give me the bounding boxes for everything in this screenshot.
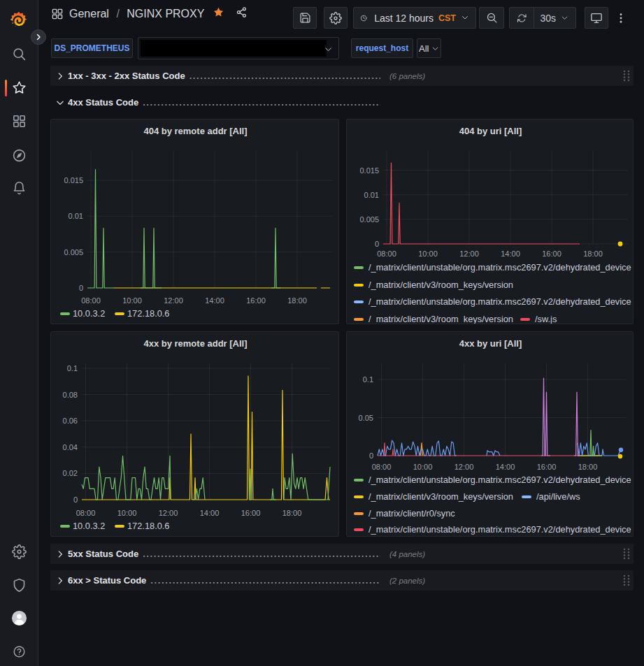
svg-text:0.06: 0.06 <box>63 417 78 425</box>
svg-text:/_matrix/client/v3/room_keys/v: /_matrix/client/v3/room_keys/version <box>368 280 513 290</box>
svg-text:0.005: 0.005 <box>64 248 83 256</box>
svg-text:0.01: 0.01 <box>364 191 379 199</box>
svg-text:/api/live/ws: /api/live/ws <box>536 491 580 502</box>
svg-text:18:00: 18:00 <box>287 296 307 305</box>
svg-text:/_matrix/client/unstable/org.m: /_matrix/client/unstable/org.matrix.msc2… <box>368 475 631 485</box>
svg-text:0.005: 0.005 <box>359 215 379 224</box>
svg-text:08:00: 08:00 <box>76 509 96 517</box>
svg-text:/_matrix/client/unstable/org.m: /_matrix/client/unstable/org.matrix.msc2… <box>368 524 631 535</box>
svg-text:16:00: 16:00 <box>246 296 266 305</box>
svg-text:10:00: 10:00 <box>117 509 137 517</box>
svg-text:12:00: 12:00 <box>164 296 183 305</box>
svg-text:10.0.3.2: 10.0.3.2 <box>73 308 105 319</box>
svg-text:16:00: 16:00 <box>542 249 561 258</box>
svg-text:0.01: 0.01 <box>69 212 83 220</box>
svg-text:4xx by remote addr [All]: 4xx by remote addr [All] <box>143 338 247 349</box>
svg-text:/_matrix/client/v3/room_keys/v: /_matrix/client/v3/room_keys/version <box>368 491 513 502</box>
svg-text:0.015: 0.015 <box>359 166 379 175</box>
svg-text:0.04: 0.04 <box>63 443 78 451</box>
svg-text:0: 0 <box>73 495 78 504</box>
svg-text:08:00: 08:00 <box>372 463 392 471</box>
svg-text:0: 0 <box>79 284 83 292</box>
svg-text:0.05: 0.05 <box>359 414 373 422</box>
svg-text:16:00: 16:00 <box>537 463 557 471</box>
svg-text:14:00: 14:00 <box>501 249 520 258</box>
svg-text:0.1: 0.1 <box>363 375 373 384</box>
svg-text:14:00: 14:00 <box>496 463 515 471</box>
svg-text:404 by uri [All]: 404 by uri [All] <box>459 126 522 136</box>
svg-text:18:00: 18:00 <box>282 509 302 517</box>
svg-text:18:00: 18:00 <box>583 249 603 258</box>
svg-text:10:00: 10:00 <box>122 296 142 305</box>
svg-text:/sw.js: /sw.js <box>535 314 557 324</box>
svg-text:10:00: 10:00 <box>413 463 433 471</box>
svg-text:/_matrix/client/v3/room_keys/v: /_matrix/client/v3/room_keys/version <box>368 314 513 324</box>
svg-text:08:00: 08:00 <box>81 296 101 305</box>
svg-text:12:00: 12:00 <box>455 463 474 471</box>
svg-text:/_matrix/client/r0/sync: /_matrix/client/r0/sync <box>368 508 455 519</box>
svg-text:14:00: 14:00 <box>200 509 220 517</box>
svg-text:12:00: 12:00 <box>459 249 479 258</box>
svg-text:0: 0 <box>375 240 379 248</box>
svg-text:404 by remote addr [All]: 404 by remote addr [All] <box>143 126 247 136</box>
svg-text:0.015: 0.015 <box>64 176 83 184</box>
svg-text:/_matrix/client/unstable/org.m: /_matrix/client/unstable/org.matrix.msc2… <box>368 296 631 307</box>
svg-text:0.02: 0.02 <box>63 469 78 477</box>
svg-text:14:00: 14:00 <box>205 296 224 305</box>
svg-text:12:00: 12:00 <box>159 509 178 517</box>
svg-text:0.1: 0.1 <box>67 364 78 372</box>
svg-text:/_matrix/client/unstable/org.m: /_matrix/client/unstable/org.matrix.msc2… <box>368 262 631 273</box>
svg-text:0.08: 0.08 <box>63 391 78 399</box>
svg-text:16:00: 16:00 <box>241 509 261 517</box>
svg-text:4xx by uri [All]: 4xx by uri [All] <box>459 338 522 349</box>
svg-text:10.0.3.2: 10.0.3.2 <box>73 521 105 531</box>
svg-text:172.18.0.6: 172.18.0.6 <box>127 521 170 531</box>
svg-text:172.18.0.6: 172.18.0.6 <box>127 308 170 319</box>
svg-text:0: 0 <box>369 451 373 460</box>
svg-text:18:00: 18:00 <box>578 463 598 471</box>
svg-text:10:00: 10:00 <box>418 249 438 258</box>
svg-text:08:00: 08:00 <box>377 249 396 258</box>
